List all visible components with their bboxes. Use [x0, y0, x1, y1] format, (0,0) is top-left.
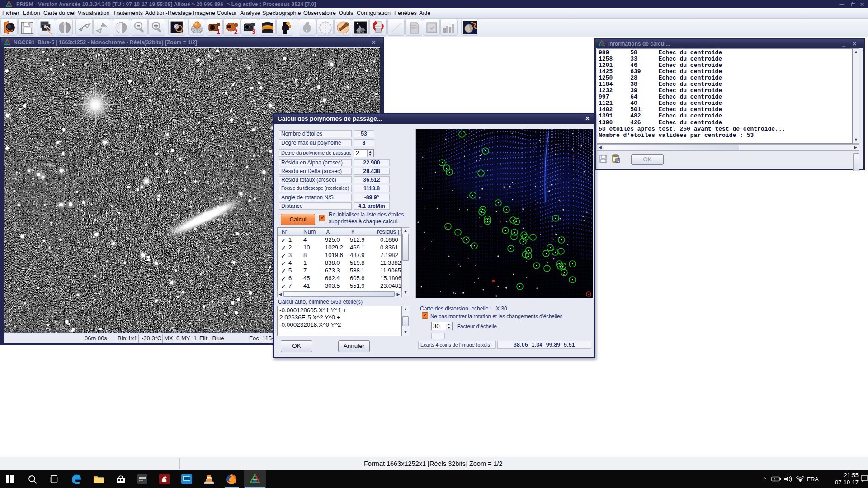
svg-text:1: 1 [217, 28, 220, 35]
svg-text:3: 3 [252, 28, 255, 35]
svg-text:PRISM: PRISM [357, 31, 364, 33]
svg-text:2: 2 [234, 28, 238, 35]
